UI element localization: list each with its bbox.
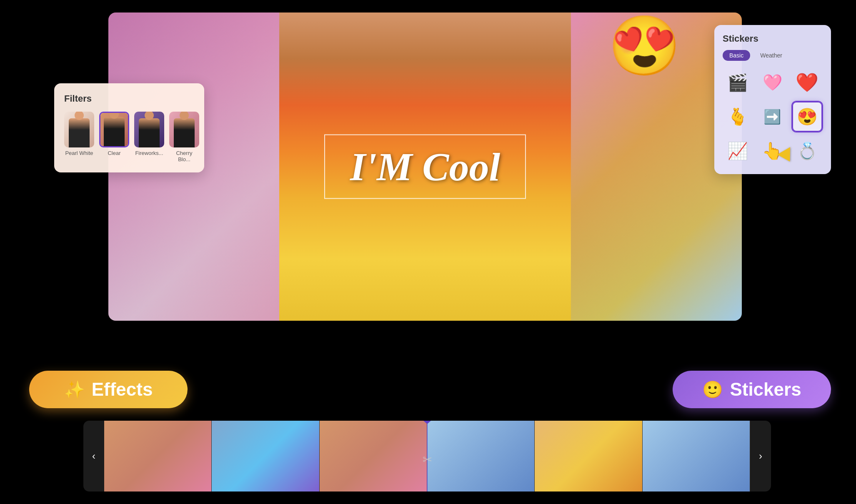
filters-grid: Pearl White Clear Fireworks... [64, 112, 194, 162]
playhead-marker [423, 421, 431, 424]
effects-label: Effects [92, 379, 153, 400]
filter-item-clear[interactable]: Clear [99, 112, 129, 162]
timeline-nav-left[interactable]: ‹ [83, 421, 104, 492]
filter-thumb-fireworks [134, 112, 164, 147]
sticker-ring[interactable]: 💍 [792, 136, 822, 166]
stickers-button-label: Stickers [730, 379, 801, 400]
stickers-panel: Stickers Basic Weather 🎬 🩷 ❤️ 🫰 ➡️ 😍 📈 👆… [714, 25, 831, 174]
sticker-clapperboard[interactable]: 🎬 [723, 67, 753, 97]
filter-label-cherry: Cherry Blo... [169, 150, 199, 162]
sticker-loveeyes[interactable]: 😍 [792, 102, 822, 132]
sticker-arrow[interactable]: ➡️ [757, 102, 787, 132]
filters-title: Filters [64, 93, 194, 104]
timeline: ‹ ✂ › [83, 421, 771, 492]
filter-item-pearl-white[interactable]: Pearl White [64, 112, 94, 162]
timeline-frame-5 [535, 421, 642, 492]
timeline-frame-4 [427, 421, 535, 492]
sticker-heart1[interactable]: 🩷 [757, 67, 787, 97]
filter-item-fireworks[interactable]: Fireworks... [134, 112, 164, 162]
sticker-heart2[interactable]: ❤️ [792, 67, 822, 97]
filter-label-clear: Clear [108, 150, 120, 156]
timeline-frames: ✂ [104, 421, 750, 492]
big-emoji-decoration: 😍 [608, 17, 681, 75]
filters-panel: Filters Pearl White Clear [54, 83, 204, 172]
stickers-grid: 🎬 🩷 ❤️ 🫰 ➡️ 😍 📈 👆 💍 [723, 67, 823, 166]
effects-button[interactable]: ✨ Effects [29, 371, 188, 408]
timeline-frame-3 [320, 421, 427, 492]
timeline-frame-1 [104, 421, 212, 492]
filter-label-pearl-white: Pearl White [65, 150, 93, 156]
stickers-title: Stickers [723, 33, 823, 44]
timeline-frame-2 [212, 421, 319, 492]
stickers-button-icon: 🙂 [702, 380, 723, 399]
sticker-chart[interactable]: 📈 [723, 136, 753, 166]
filter-thumb-clear [99, 112, 129, 147]
timeline-frame-6 [643, 421, 750, 492]
filter-label-fireworks: Fireworks... [135, 150, 163, 156]
video-text-overlay: I'M Cool [324, 135, 526, 199]
timeline-nav-right[interactable]: › [750, 421, 771, 492]
sticker-fingers[interactable]: 🫰 [723, 102, 753, 132]
effects-icon: ✨ [64, 380, 85, 399]
stickers-tabs: Basic Weather [723, 50, 823, 61]
filter-item-cherry[interactable]: Cherry Blo... [169, 112, 199, 162]
scissors-icon[interactable]: ✂ [423, 453, 432, 467]
tab-basic[interactable]: Basic [723, 50, 750, 61]
tab-weather[interactable]: Weather [753, 50, 789, 61]
stickers-button[interactable]: 🙂 Stickers [673, 371, 831, 408]
filter-thumb-pearl-white [64, 112, 94, 147]
filter-thumb-cherry [169, 112, 199, 147]
